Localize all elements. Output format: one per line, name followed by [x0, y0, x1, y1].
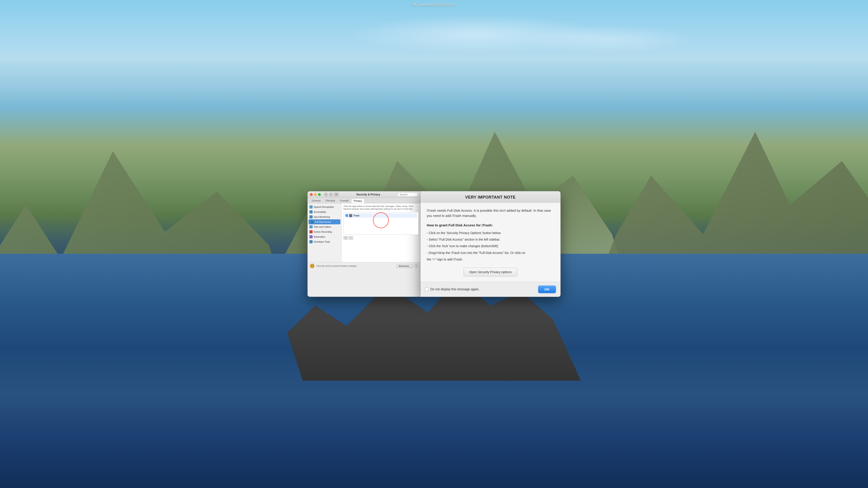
step-3: - Click the 'lock' icon to make changes …	[427, 243, 554, 249]
developer-tools-icon	[309, 240, 313, 243]
mini-list-item-itrash[interactable]: iTrash	[344, 213, 417, 218]
files-folders-icon	[309, 225, 313, 228]
panel-title-bar: VERY IMPORTANT NOTE	[421, 191, 560, 203]
step-2: - Select "Full Disk Access" section in t…	[427, 237, 554, 242]
sidebar-label-input-monitoring: Input Monitoring	[314, 216, 330, 218]
itrash-checkbox[interactable]	[346, 215, 348, 217]
itrash-label: iTrash	[353, 215, 360, 217]
step-1: - Click on the 'Security Privacy Options…	[427, 230, 554, 236]
mini-main-area: Allow the apps below to access data like…	[342, 203, 420, 262]
sidebar-label-automation: Automation	[314, 236, 325, 238]
screen-recording-icon	[309, 230, 313, 233]
mini-tabs: General FileVault Firewall Privacy	[308, 198, 420, 203]
mini-window-title: Security & Privacy	[340, 193, 396, 196]
maximize-button[interactable]	[318, 193, 321, 196]
panel-footer: Do not display this message again. OK	[421, 282, 560, 297]
remove-button[interactable]: −	[348, 236, 353, 240]
panel-body: iTrash needs Full Disk Access. It is pos…	[421, 203, 560, 282]
mini-footer: 🔓 Click the lock to prevent further chan…	[308, 262, 420, 269]
lock-icon[interactable]: 🔓	[310, 264, 314, 268]
itrash-icon	[349, 214, 352, 217]
mini-footer-text: Click the lock to prevent further change…	[316, 265, 395, 267]
do-not-show-checkbox[interactable]	[425, 287, 429, 291]
tab-filevault[interactable]: FileVault	[323, 199, 337, 203]
sidebar-item-automation[interactable]: Automation	[308, 234, 341, 239]
sidebar-item-full-disk-access[interactable]: Full Disk Access	[309, 219, 340, 224]
sidebar-item-developer-tools[interactable]: Developer Tools	[308, 239, 341, 244]
automation-icon	[309, 235, 313, 238]
security-privacy-mini-window: ‹ › ⊞ Security & Privacy General FileVau…	[307, 191, 421, 297]
do-not-show-label[interactable]: Do not display this message again.	[425, 287, 479, 291]
sidebar-item-accessibility[interactable]: Accessibility	[308, 209, 341, 215]
help-button[interactable]: ?	[414, 264, 418, 268]
mini-description: Allow the apps below to access data like…	[343, 205, 418, 210]
main-dialog-panel: VERY IMPORTANT NOTE iTrash needs Full Di…	[421, 191, 561, 297]
tab-firewall[interactable]: Firewall	[338, 199, 351, 203]
sidebar-item-speech[interactable]: Speech Recognition	[308, 204, 341, 209]
ok-button[interactable]: OK	[538, 286, 556, 293]
mini-search-input[interactable]	[398, 193, 418, 197]
mini-sidebar: Speech Recognition Accessibility Input M…	[308, 203, 342, 262]
advanced-button[interactable]: Advanced...	[397, 264, 412, 268]
how-to-title: How to grant Full Disk Access for iTrash…	[427, 223, 554, 227]
panel-intro-text: iTrash needs Full Disk Access. It is pos…	[427, 208, 554, 218]
close-button[interactable]	[310, 193, 313, 196]
back-button[interactable]: ‹	[324, 193, 328, 197]
full-disk-icon	[310, 220, 313, 223]
lock-symbol: 🔓	[311, 265, 313, 267]
sidebar-label-screen-recording: Screen Recording	[314, 231, 332, 233]
minimize-button[interactable]	[314, 193, 317, 196]
watermark-text: ⌘ www.MacW.com	[412, 2, 455, 7]
sidebar-item-input-monitoring[interactable]: Input Monitoring	[308, 215, 341, 219]
add-button[interactable]: +	[343, 236, 348, 240]
tab-general[interactable]: General	[309, 199, 323, 203]
sidebar-item-files-folders[interactable]: Files and Folders	[308, 224, 341, 229]
navigation-buttons: ‹ › ⊞	[324, 193, 339, 197]
mini-list-area: iTrash	[343, 212, 418, 235]
sidebar-label-speech: Speech Recognition	[314, 206, 334, 208]
do-not-show-text: Do not display this message again.	[430, 287, 479, 291]
dialog-container: ‹ › ⊞ Security & Privacy General FileVau…	[307, 191, 561, 297]
tab-privacy[interactable]: Privacy	[351, 199, 364, 203]
sidebar-item-screen-recording[interactable]: Screen Recording	[308, 229, 341, 234]
forward-button[interactable]: ›	[329, 193, 333, 197]
step-4: - Drag'n'drop the iTrash icon into the "…	[427, 250, 554, 256]
mini-titlebar: ‹ › ⊞ Security & Privacy	[308, 191, 420, 198]
open-security-privacy-button[interactable]: Open Security Privacy options	[464, 268, 518, 276]
view-button[interactable]: ⊞	[334, 193, 339, 197]
input-monitoring-icon	[309, 215, 313, 219]
mini-content: Speech Recognition Accessibility Input M…	[308, 203, 420, 262]
sidebar-label-files-folders: Files and Folders	[314, 226, 331, 228]
sidebar-label-developer-tools: Developer Tools	[314, 240, 330, 243]
steps-container: - Click on the 'Security Privacy Options…	[427, 230, 554, 262]
accessibility-icon	[309, 210, 313, 214]
mini-toolbar: + −	[343, 236, 418, 240]
intro-line1: iTrash needs Full Disk Access. It is pos…	[427, 208, 532, 213]
dialog-title: VERY IMPORTANT NOTE	[425, 195, 556, 200]
step-5: the "+" sign to add iTrash.	[427, 257, 554, 262]
sidebar-label-full-disk: Full Disk Access	[315, 221, 331, 223]
sidebar-label-accessibility: Accessibility	[314, 211, 326, 213]
speech-icon	[309, 205, 313, 208]
watermark: ⌘ www.MacW.com	[412, 2, 455, 8]
